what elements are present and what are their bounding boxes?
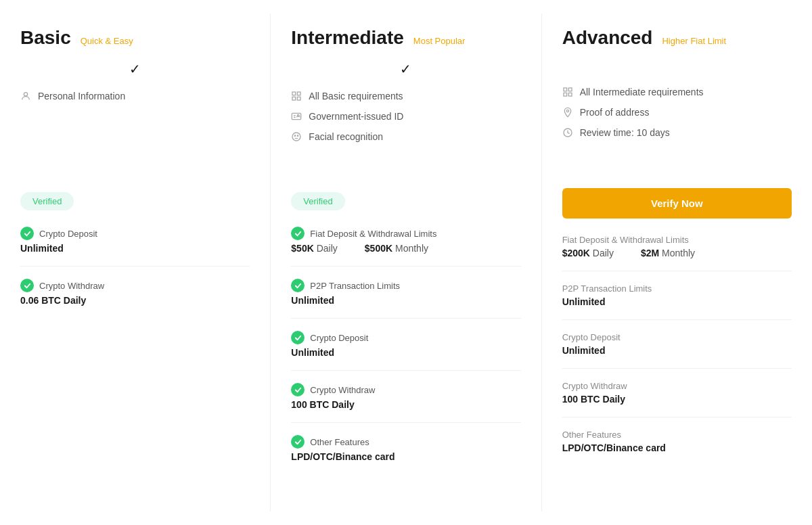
requirement-text: Government-issued ID [309, 111, 403, 122]
svg-point-11 [298, 135, 298, 136]
requirement-item: Personal Information [20, 91, 250, 101]
feature-section: Crypto DepositUnlimited [562, 319, 792, 356]
svg-rect-2 [298, 92, 301, 95]
feature-label: Crypto Withdraw [562, 381, 792, 391]
feature-value: Unlimited [562, 345, 792, 356]
value-unit: Monthly [659, 248, 695, 258]
requirement-item: Facial recognition [291, 131, 520, 142]
feature-value-item: $500K Monthly [365, 243, 428, 254]
feature-section: Crypto DepositUnlimited [291, 318, 520, 358]
value-unit: Daily [314, 243, 338, 254]
green-check-icon [20, 279, 34, 292]
column-intermediate: IntermediateMost Popular✓All Basic requi… [271, 14, 541, 511]
grid-icon [291, 91, 302, 101]
svg-point-0 [24, 93, 27, 96]
advanced-header: AdvancedHigher Fiat Limit [562, 27, 792, 49]
advanced-verify-button[interactable]: Verify Now [562, 188, 792, 219]
feature-section: Fiat Deposit & Withdrawal Limits$50K Dai… [291, 227, 520, 254]
green-check-icon [291, 279, 304, 292]
address-icon [562, 107, 573, 118]
green-check-icon [291, 435, 304, 449]
requirement-text: Personal Information [38, 91, 125, 101]
feature-label: Crypto Withdraw [20, 279, 250, 292]
feature-label: Crypto Deposit [291, 331, 520, 344]
svg-point-16 [566, 110, 568, 112]
requirement-item: All Intermediate requirements [562, 87, 792, 97]
clock-icon [562, 127, 573, 138]
requirement-item: Review time: 10 days [562, 127, 792, 138]
requirement-text: Review time: 10 days [580, 127, 670, 138]
feature-label-text: Crypto Deposit [39, 229, 97, 239]
column-basic: BasicQuick & Easy✓Personal InformationVe… [0, 14, 271, 511]
value-unit: Monthly [392, 243, 428, 254]
feature-section: Crypto Withdraw100 BTC Daily [562, 368, 792, 405]
requirement-item: All Basic requirements [291, 91, 520, 101]
feature-value: 0.06 BTC Daily [20, 295, 250, 306]
feature-value-item: $50K Daily [291, 243, 337, 254]
pricing-page: BasicQuick & Easy✓Personal InformationVe… [0, 0, 812, 525]
feature-value-item: $200K Daily [562, 248, 614, 258]
feature-label-text: Crypto Deposit [562, 332, 621, 342]
feature-label: Fiat Deposit & Withdrawal Limits [562, 235, 792, 245]
feature-section: Crypto Withdraw0.06 BTC Daily [20, 266, 250, 306]
value-number: $500K [365, 243, 392, 254]
svg-rect-3 [298, 97, 301, 100]
basic-tag: Quick & Easy [81, 36, 133, 46]
feature-section: Crypto DepositUnlimited [20, 227, 250, 254]
feature-section: Fiat Deposit & Withdrawal Limits$200K Da… [562, 235, 792, 258]
basic-title: Basic [20, 27, 71, 49]
feature-values-row: $50K Daily$500K Monthly [291, 243, 520, 254]
feature-value: Unlimited [20, 243, 250, 254]
requirement-item: Government-issued ID [291, 111, 520, 122]
requirement-text: All Basic requirements [309, 91, 403, 101]
advanced-tag: Higher Fiat Limit [662, 36, 726, 46]
svg-point-10 [295, 135, 296, 136]
intermediate-header: IntermediateMost Popular [291, 27, 520, 49]
feature-section: Other FeaturesLPD/OTC/Binance card [291, 422, 520, 462]
green-check-icon [291, 331, 304, 344]
feature-label-text: Other Features [310, 437, 369, 447]
feature-section: P2P Transaction LimitsUnlimited [562, 271, 792, 307]
feature-label-text: P2P Transaction Limits [310, 281, 400, 291]
svg-rect-1 [292, 92, 296, 95]
feature-value: Unlimited [291, 295, 520, 306]
requirement-text: All Intermediate requirements [580, 87, 704, 97]
feature-label-text: P2P Transaction Limits [562, 283, 652, 294]
svg-rect-4 [292, 97, 296, 100]
feature-label-text: Fiat Deposit & Withdrawal Limits [310, 229, 436, 239]
feature-label: Crypto Deposit [562, 332, 792, 342]
svg-rect-13 [568, 88, 572, 91]
advanced-title: Advanced [562, 27, 653, 49]
feature-label: Other Features [291, 435, 520, 449]
intermediate-tag: Most Popular [413, 36, 466, 46]
feature-label: P2P Transaction Limits [562, 283, 792, 294]
feature-value: LPD/OTC/Binance card [291, 451, 520, 462]
svg-rect-14 [568, 93, 572, 96]
intermediate-title: Intermediate [291, 27, 404, 49]
feature-label-text: Crypto Withdraw [310, 385, 375, 395]
face-icon [291, 131, 302, 142]
feature-label-text: Fiat Deposit & Withdrawal Limits [562, 235, 689, 245]
intermediate-top-checkmark: ✓ [291, 61, 520, 77]
requirement-text: Facial recognition [309, 131, 383, 142]
svg-rect-15 [564, 93, 567, 96]
feature-values-row: $200K Daily$2M Monthly [562, 248, 792, 258]
person-icon [20, 91, 31, 101]
feature-label-text: Other Features [562, 430, 621, 440]
feature-label-text: Crypto Withdraw [39, 281, 104, 291]
column-advanced: AdvancedHigher Fiat LimitAll Intermediat… [542, 14, 812, 511]
id-icon [291, 111, 302, 122]
feature-value: Unlimited [291, 347, 520, 358]
feature-label: Fiat Deposit & Withdrawal Limits [291, 227, 520, 240]
feature-label: P2P Transaction Limits [291, 279, 520, 292]
value-number: $200K [562, 248, 590, 258]
feature-label-text: Crypto Withdraw [562, 381, 627, 391]
feature-label: Other Features [562, 430, 792, 440]
feature-value: 100 BTC Daily [291, 399, 520, 410]
requirement-text: Proof of address [580, 107, 650, 118]
intermediate-verified-badge: Verified [291, 192, 344, 210]
basic-verified-badge: Verified [20, 192, 74, 210]
basic-top-checkmark: ✓ [20, 61, 250, 77]
feature-label: Crypto Deposit [20, 227, 250, 240]
feature-value: 100 BTC Daily [562, 394, 792, 405]
